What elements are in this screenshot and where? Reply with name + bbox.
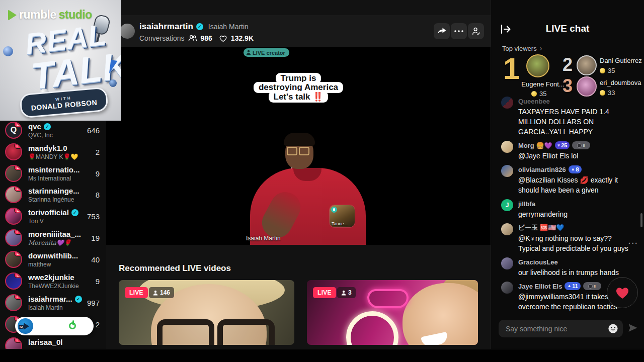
- avatar: LIVE: [5, 186, 22, 203]
- chat-message[interactable]: oliviamartin826 ▲8 @Blaczilian Kisses 💋 …: [501, 165, 636, 195]
- stream-caption: Trump is destroying America Let's talk ‼…: [106, 74, 491, 102]
- gift-level-badge: ♥25: [555, 141, 570, 149]
- chat-message[interactable]: J jillbfa gerrymandering: [501, 199, 636, 219]
- send-message-icon[interactable]: [628, 323, 638, 334]
- chat-scrollbar[interactable]: [640, 213, 642, 227]
- guest-video-tile[interactable]: Tanne...: [330, 205, 355, 227]
- recommended-video-1[interactable]: LIVE 146: [119, 280, 294, 345]
- chat-text: @Blaczilian Kisses 💋 exactly it should h…: [518, 175, 636, 195]
- live-badge: LIVE: [14, 122, 22, 127]
- rank-3: 3: [562, 75, 573, 97]
- live-badge: LIVE: [125, 287, 148, 298]
- channel-username: wwe2kjunkie: [28, 273, 74, 282]
- live-badge: LIVE: [14, 337, 22, 343]
- channel-name: Starinna Ingénue: [28, 196, 74, 203]
- media-player-widget[interactable]: IQ: [15, 317, 94, 335]
- viewer-count: 40: [91, 255, 100, 264]
- chat-message[interactable]: ビー玉 🆘🇺🇸💙 @K♀ng nothing now to say?? Typi…: [501, 223, 636, 253]
- avatar: [501, 223, 513, 235]
- chat-message[interactable]: GraciousLee our livelihood is in trumps …: [501, 257, 636, 278]
- recommended-video-2[interactable]: LIVE 3: [307, 280, 478, 345]
- sidebar-item-starinna[interactable]: LIVE starinnainge... Starinna Ingénue 8: [0, 185, 106, 207]
- emoji-picker-icon[interactable]: [608, 323, 618, 334]
- viewer-count: 753: [87, 212, 100, 221]
- podcast-artwork-overlay: rumble studio REAL TALK WITH DONALD ROBS…: [0, 0, 121, 121]
- verified-icon: ✓: [196, 23, 203, 30]
- avatar: [501, 257, 513, 269]
- iq-logo: IQ: [19, 325, 24, 329]
- live-chat-panel: LIVE chat Top viewers 1 Eugene Font... 3…: [491, 0, 644, 349]
- like-count: 132.9K: [231, 34, 254, 42]
- chat-input[interactable]: [499, 320, 623, 337]
- top-viewer-name[interactable]: eri_doumbova: [600, 79, 641, 86]
- channel-name: Ms International: [28, 175, 71, 182]
- channel-username: msinternatio...: [28, 165, 80, 174]
- live-badge: LIVE: [14, 273, 22, 278]
- avatar: LIVE: [5, 294, 22, 311]
- recommended-heading: Recommended LIVE videos: [119, 263, 231, 274]
- verified-icon: ✓: [75, 296, 82, 303]
- decor-sphere: [109, 79, 117, 87]
- coin-icon: [600, 68, 605, 73]
- sidebar-item-msinternational[interactable]: LIVE msinternatio... Ms International 9: [0, 164, 106, 186]
- channel-username: starinnainge...: [28, 187, 79, 195]
- neon-lips-decor: [367, 289, 409, 308]
- sidebar-item-downwithlib[interactable]: LIVE downwithlib... matthew 40: [0, 250, 106, 272]
- top-viewer-avatar[interactable]: [577, 76, 597, 97]
- rumble-play-icon: [8, 10, 17, 21]
- top-viewer-avatar[interactable]: [577, 55, 597, 75]
- sidebar-item-morenita[interactable]: LIVE moreniiiitaa_... Morenita💜🌹 19: [0, 228, 106, 250]
- viewer-count-pill: 146: [149, 287, 174, 298]
- following-button[interactable]: [468, 23, 484, 39]
- channel-name: TheWWE2KJunkie: [28, 283, 79, 290]
- chat-username: ビー玉 🆘🇺🇸💙: [518, 223, 565, 232]
- viewer-count: 8: [96, 191, 100, 199]
- ellipsis-icon: [454, 30, 463, 32]
- avatar: LIVE: [5, 229, 22, 246]
- avatar: LIVE: [5, 165, 22, 182]
- viewer-count: 986: [201, 34, 212, 42]
- chat-message[interactable]: Morg 🍔💜 ♥25 ‖ @Jaye Elliot Els lol: [501, 141, 636, 161]
- avatar: J: [501, 199, 513, 211]
- chat-title: LIVE chat: [491, 23, 644, 34]
- message-more-icon[interactable]: ···: [628, 239, 638, 247]
- channel-name: QVC, Inc: [28, 132, 53, 139]
- live-badge: LIVE: [14, 208, 22, 213]
- top-viewer-name[interactable]: Dani Gutierrez: [600, 57, 642, 64]
- live-badge: LIVE: [14, 143, 22, 149]
- viewer-count: 9: [96, 169, 100, 178]
- streamer-avatar[interactable]: [120, 24, 135, 39]
- top-viewer-avatar[interactable]: [526, 54, 549, 77]
- chat-text: TAXPAYERS HAVE PAID 1.4 MILLION DOLLARS …: [518, 107, 636, 137]
- sidebar-item-mandyk[interactable]: LIVE mandyk1.0 🌹MANDY K🌹💛 2: [0, 142, 106, 164]
- channel-username: qvc: [28, 122, 41, 131]
- sidebar-item-qvc[interactable]: QLIVE qvc✓ QVC, Inc 646: [0, 121, 106, 142]
- rank-2: 2: [562, 54, 573, 75]
- chat-text: our livelihood is in trumps hands: [518, 267, 636, 278]
- person-check-icon: [471, 27, 480, 36]
- live-badge: LIVE: [14, 186, 22, 192]
- coin-icon: [600, 90, 605, 96]
- power-icon[interactable]: [68, 320, 79, 331]
- share-icon: [437, 27, 446, 35]
- chat-message[interactable]: Queenbee TAXPAYERS HAVE PAID 1.4 MILLION…: [501, 97, 636, 137]
- heart-icon: [614, 285, 630, 300]
- channel-username: larisaa_0l: [28, 338, 62, 346]
- more-options-button[interactable]: [451, 23, 467, 39]
- like-button[interactable]: [607, 277, 638, 308]
- chat-text: gerrymandering: [518, 209, 636, 219]
- channel-username: moreniiiitaa_...: [28, 230, 81, 238]
- streamer-username[interactable]: isaiahrmartin: [139, 22, 193, 32]
- sidebar-item-wwe2kjunkie[interactable]: LIVE wwe2kjunkie TheWWE2KJunkie 9: [0, 272, 106, 293]
- channel-name: 🌹MANDY K🌹💛: [28, 153, 78, 160]
- live-creator-badge: LIVE creator: [244, 48, 289, 57]
- sidebar-item-torivofficial[interactable]: LIVE torivofficial✓ Tori V 753: [0, 207, 106, 228]
- channel-username: downwithlib...: [28, 251, 78, 260]
- live-stream-page: QLIVE qvc✓ QVC, Inc 646 LIVE mandyk1.0 🌹…: [0, 0, 644, 362]
- coin-icon: [531, 91, 537, 97]
- chat-text: @K♀ng nothing now to say?? Typical and p…: [518, 233, 636, 253]
- decor-sphere: [3, 46, 13, 56]
- viewers-icon: [188, 34, 197, 42]
- sidebar-item-isaiahrmartin[interactable]: LIVE isaiahrmar...✓ Isaiah Martin 997: [0, 293, 106, 315]
- share-button[interactable]: [434, 23, 450, 39]
